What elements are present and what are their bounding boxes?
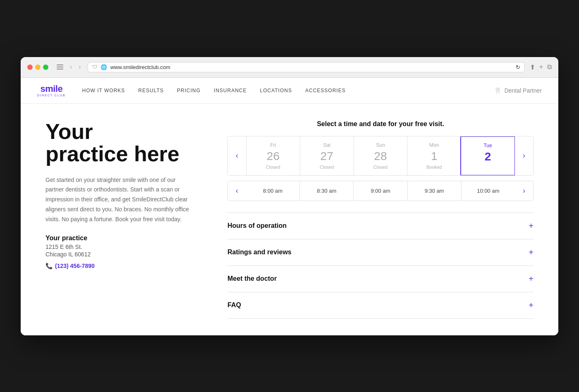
address-bar-icon2: 🌐 [100,64,107,70]
nav-locations[interactable]: LOCATIONS [260,88,292,93]
accordion-hours-icon: + [529,221,534,231]
main-container: Your practice here Get started on your s… [21,104,558,335]
nav-insurance[interactable]: INSURANCE [214,88,247,93]
time-prev-button[interactable]: ‹ [228,181,246,201]
practice-name: Your practice [45,234,194,242]
accordion-faq-row[interactable]: FAQ + [227,292,534,318]
time-cell-930[interactable]: 9:30 am [407,181,461,201]
time-row: ‹ 8:00 am 8:30 am 9:00 am 9:30 am 10:00 … [227,181,534,201]
dental-partner-icon: 🦷 [494,87,501,94]
date-status-1: Booked [411,165,457,170]
logo[interactable]: smile DIRECT CLUB [37,84,66,97]
logo-sub: DIRECT CLUB [37,94,66,97]
accordion-ratings-icon: + [529,248,534,257]
date-cell-sun28[interactable]: Sun 28 Closed [354,136,407,175]
sidebar-toggle-icon[interactable] [57,65,63,69]
traffic-lights [27,65,48,70]
refresh-icon[interactable]: ↻ [516,64,520,70]
accordion-doctor-icon: + [529,274,534,284]
calendar-heading: Select a time and date for your free vis… [227,120,534,128]
right-column: Select a time and date for your free vis… [227,120,534,319]
practice-address-line2: Chicago IL 60612 [45,251,194,258]
date-day-tue: Tue [464,143,511,148]
address-bar[interactable]: 🛡 🌐 www.smiledirectclub.com ↻ [88,62,525,72]
date-day-sun: Sun [357,142,404,148]
browser-actions: ⬆ + ⧉ [530,63,552,71]
windows-button[interactable]: ⧉ [547,63,552,71]
date-day-mon: Mon [411,142,457,148]
time-cell-830[interactable]: 8:30 am [299,181,353,201]
date-cell-mon1[interactable]: Mon 1 Booked [407,136,461,175]
date-status-27: Closed [304,165,350,170]
date-status-28: Closed [357,165,404,170]
date-num-26: 26 [250,150,297,163]
date-day-sat: Sat [304,142,350,148]
forward-button[interactable]: › [77,62,82,72]
shield-icon: 🛡 [92,64,97,70]
header-right: 🦷 Dental Partner [494,87,542,94]
logo-smile: smile [40,84,62,93]
nav-results[interactable]: RESULTS [138,88,163,93]
phone-icon: 📞 [45,263,53,269]
site-content: smile DIRECT CLUB HOW IT WORKS RESULTS P… [21,78,558,335]
nav-pricing[interactable]: PRICING [177,88,201,93]
share-button[interactable]: ⬆ [530,63,535,71]
nav-how-it-works[interactable]: HOW IT WORKS [82,88,125,93]
accordion-faq: FAQ + [227,292,534,319]
practice-address-line1: 1215 E 6th St. [45,244,194,250]
practice-phone[interactable]: 📞 (123) 456-7890 [45,263,194,269]
date-cell-tue2[interactable]: Tue 2 [460,136,515,176]
traffic-light-red[interactable] [27,65,33,70]
accordion-doctor-label: Meet the doctor [227,275,277,282]
phone-number: (123) 456-7890 [55,263,95,269]
practice-description: Get started on your straighter smile wit… [45,175,194,225]
date-num-2: 2 [464,150,511,163]
back-button[interactable]: ‹ [68,62,74,72]
site-nav: HOW IT WORKS RESULTS PRICING INSURANCE L… [82,88,494,93]
browser-window: ‹ › 🛡 🌐 www.smiledirectclub.com ↻ ⬆ + ⧉ … [21,57,558,335]
accordion-ratings-label: Ratings and reviews [227,249,292,256]
date-num-27: 27 [304,150,350,163]
accordion-faq-label: FAQ [227,301,241,309]
traffic-light-yellow[interactable] [35,65,41,70]
date-num-1: 1 [411,150,457,163]
traffic-light-green[interactable] [43,65,48,70]
time-cell-1000[interactable]: 10:00 am [461,181,515,201]
nav-accessories[interactable]: ACCESSORIES [305,88,346,93]
accordion-doctor: Meet the doctor + [227,265,534,292]
browser-chrome: ‹ › 🛡 🌐 www.smiledirectclub.com ↻ ⬆ + ⧉ [21,57,558,78]
accordion-ratings: Ratings and reviews + [227,239,534,265]
date-status-26: Closed [250,165,297,170]
accordion-faq-icon: + [529,301,534,310]
date-num-28: 28 [357,150,404,163]
new-tab-button[interactable]: + [539,63,543,71]
site-header: smile DIRECT CLUB HOW IT WORKS RESULTS P… [21,78,558,104]
date-cell-sat27[interactable]: Sat 27 Closed [300,136,354,175]
browser-nav: ‹ › [68,62,83,72]
date-day-fri: Fri [250,142,297,148]
date-cell-fri26[interactable]: Fri 26 Closed [246,136,300,175]
accordion-hours: Hours of operation + [227,213,534,239]
time-cell-800[interactable]: 8:00 am [246,181,299,201]
time-next-button[interactable]: › [515,181,533,201]
accordion-doctor-row[interactable]: Meet the doctor + [227,266,534,292]
dental-partner-label: Dental Partner [505,87,542,94]
practice-title: Your practice here [45,120,194,165]
accordion-ratings-row[interactable]: Ratings and reviews + [227,239,534,265]
left-column: Your practice here Get started on your s… [45,120,194,319]
accordion-hours-label: Hours of operation [227,222,287,229]
url-text: www.smiledirectclub.com [110,64,170,70]
accordion-hours-row[interactable]: Hours of operation + [227,213,534,239]
time-cell-900[interactable]: 9:00 am [353,181,407,201]
date-prev-button[interactable]: ‹ [228,136,246,175]
date-next-button[interactable]: › [515,136,533,175]
date-row: ‹ Fri 26 Closed Sat 27 Closed Sun 28 [227,136,534,176]
